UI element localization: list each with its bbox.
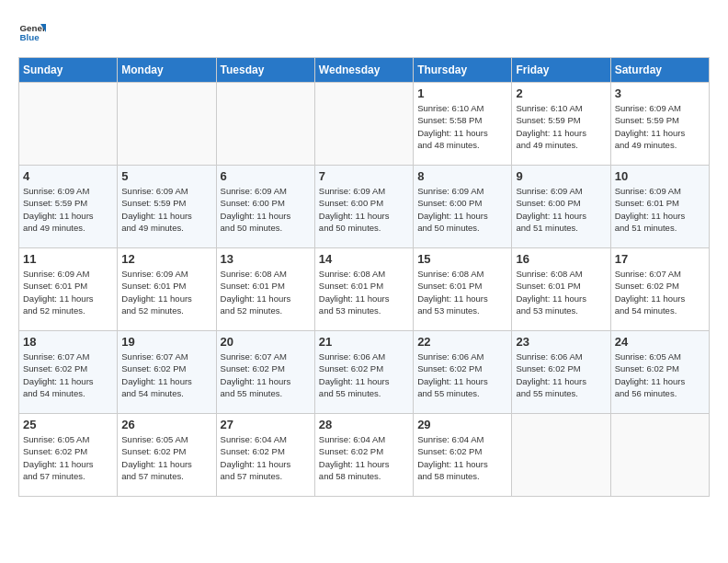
day-info: Sunrise: 6:06 AM Sunset: 6:02 PM Dayligh… bbox=[319, 350, 409, 399]
day-number: 4 bbox=[23, 169, 113, 183]
calendar-cell bbox=[19, 83, 118, 166]
calendar-cell: 3Sunrise: 6:09 AM Sunset: 5:59 PM Daylig… bbox=[610, 83, 709, 166]
calendar-table: SundayMondayTuesdayWednesdayThursdayFrid… bbox=[18, 57, 710, 497]
calendar-cell: 10Sunrise: 6:09 AM Sunset: 6:01 PM Dayli… bbox=[610, 166, 709, 248]
day-number: 13 bbox=[221, 252, 311, 266]
day-number: 6 bbox=[221, 169, 311, 183]
day-number: 20 bbox=[221, 335, 311, 349]
calendar-cell: 9Sunrise: 6:09 AM Sunset: 6:00 PM Daylig… bbox=[512, 166, 610, 248]
logo-icon: General Blue bbox=[18, 18, 46, 46]
calendar-cell: 7Sunrise: 6:09 AM Sunset: 6:00 PM Daylig… bbox=[314, 166, 413, 248]
calendar-week-row: 11Sunrise: 6:09 AM Sunset: 6:01 PM Dayli… bbox=[19, 248, 710, 331]
calendar-cell: 13Sunrise: 6:08 AM Sunset: 6:01 PM Dayli… bbox=[216, 248, 314, 331]
day-number: 18 bbox=[23, 335, 113, 349]
calendar-header-row: SundayMondayTuesdayWednesdayThursdayFrid… bbox=[19, 58, 710, 83]
day-info: Sunrise: 6:06 AM Sunset: 6:02 PM Dayligh… bbox=[516, 350, 606, 399]
day-number: 14 bbox=[319, 252, 409, 266]
day-header-sunday: Sunday bbox=[19, 58, 118, 83]
day-info: Sunrise: 6:05 AM Sunset: 6:02 PM Dayligh… bbox=[121, 433, 211, 482]
day-number: 28 bbox=[319, 418, 409, 431]
day-info: Sunrise: 6:08 AM Sunset: 6:01 PM Dayligh… bbox=[417, 268, 507, 316]
day-number: 3 bbox=[615, 86, 705, 100]
logo: General Blue bbox=[18, 18, 46, 46]
day-header-wednesday: Wednesday bbox=[314, 58, 413, 83]
svg-text:Blue: Blue bbox=[20, 32, 40, 42]
page-header: General Blue bbox=[18, 18, 710, 46]
day-number: 15 bbox=[417, 252, 507, 266]
day-number: 23 bbox=[516, 335, 606, 349]
day-number: 29 bbox=[417, 418, 507, 431]
calendar-cell bbox=[610, 414, 709, 497]
day-header-thursday: Thursday bbox=[414, 58, 512, 83]
day-info: Sunrise: 6:04 AM Sunset: 6:02 PM Dayligh… bbox=[319, 433, 409, 482]
day-info: Sunrise: 6:09 AM Sunset: 5:59 PM Dayligh… bbox=[615, 102, 705, 151]
calendar-cell bbox=[314, 83, 413, 166]
day-number: 9 bbox=[516, 169, 606, 183]
calendar-cell: 25Sunrise: 6:05 AM Sunset: 6:02 PM Dayli… bbox=[19, 414, 118, 497]
day-info: Sunrise: 6:09 AM Sunset: 6:00 PM Dayligh… bbox=[221, 185, 311, 234]
day-info: Sunrise: 6:09 AM Sunset: 6:00 PM Dayligh… bbox=[516, 185, 606, 234]
calendar-cell: 28Sunrise: 6:04 AM Sunset: 6:02 PM Dayli… bbox=[314, 414, 413, 497]
calendar-cell: 8Sunrise: 6:09 AM Sunset: 6:00 PM Daylig… bbox=[414, 166, 512, 248]
day-info: Sunrise: 6:06 AM Sunset: 6:02 PM Dayligh… bbox=[417, 350, 507, 399]
day-info: Sunrise: 6:10 AM Sunset: 5:58 PM Dayligh… bbox=[417, 102, 507, 151]
day-number: 8 bbox=[417, 169, 507, 183]
day-info: Sunrise: 6:07 AM Sunset: 6:02 PM Dayligh… bbox=[23, 350, 113, 399]
calendar-cell: 2Sunrise: 6:10 AM Sunset: 5:59 PM Daylig… bbox=[512, 83, 610, 166]
calendar-cell: 20Sunrise: 6:07 AM Sunset: 6:02 PM Dayli… bbox=[216, 331, 314, 414]
calendar-cell: 23Sunrise: 6:06 AM Sunset: 6:02 PM Dayli… bbox=[512, 331, 610, 414]
calendar-cell bbox=[512, 414, 610, 497]
day-number: 26 bbox=[121, 418, 211, 431]
day-number: 7 bbox=[319, 169, 409, 183]
day-number: 10 bbox=[615, 169, 705, 183]
day-info: Sunrise: 6:09 AM Sunset: 5:59 PM Dayligh… bbox=[23, 185, 113, 234]
calendar-week-row: 18Sunrise: 6:07 AM Sunset: 6:02 PM Dayli… bbox=[19, 331, 710, 414]
calendar-cell: 5Sunrise: 6:09 AM Sunset: 5:59 PM Daylig… bbox=[118, 166, 216, 248]
day-info: Sunrise: 6:05 AM Sunset: 6:02 PM Dayligh… bbox=[23, 433, 113, 482]
day-header-tuesday: Tuesday bbox=[216, 58, 314, 83]
day-info: Sunrise: 6:09 AM Sunset: 6:01 PM Dayligh… bbox=[615, 185, 705, 234]
calendar-week-row: 1Sunrise: 6:10 AM Sunset: 5:58 PM Daylig… bbox=[19, 83, 710, 166]
calendar-cell: 4Sunrise: 6:09 AM Sunset: 5:59 PM Daylig… bbox=[19, 166, 118, 248]
calendar-cell: 24Sunrise: 6:05 AM Sunset: 6:02 PM Dayli… bbox=[610, 331, 709, 414]
day-number: 22 bbox=[417, 335, 507, 349]
day-info: Sunrise: 6:05 AM Sunset: 6:02 PM Dayligh… bbox=[615, 350, 705, 399]
calendar-cell: 27Sunrise: 6:04 AM Sunset: 6:02 PM Dayli… bbox=[216, 414, 314, 497]
day-number: 27 bbox=[221, 418, 311, 431]
day-header-friday: Friday bbox=[512, 58, 610, 83]
day-info: Sunrise: 6:04 AM Sunset: 6:02 PM Dayligh… bbox=[221, 433, 311, 482]
calendar-cell bbox=[118, 83, 216, 166]
day-info: Sunrise: 6:09 AM Sunset: 6:01 PM Dayligh… bbox=[23, 268, 113, 316]
day-header-saturday: Saturday bbox=[610, 58, 709, 83]
calendar-cell: 17Sunrise: 6:07 AM Sunset: 6:02 PM Dayli… bbox=[610, 248, 709, 331]
day-header-monday: Monday bbox=[118, 58, 216, 83]
calendar-cell: 21Sunrise: 6:06 AM Sunset: 6:02 PM Dayli… bbox=[314, 331, 413, 414]
day-number: 17 bbox=[615, 252, 705, 266]
day-number: 12 bbox=[121, 252, 211, 266]
calendar-cell bbox=[216, 83, 314, 166]
day-number: 2 bbox=[516, 86, 606, 100]
day-info: Sunrise: 6:07 AM Sunset: 6:02 PM Dayligh… bbox=[615, 268, 705, 316]
calendar-cell: 12Sunrise: 6:09 AM Sunset: 6:01 PM Dayli… bbox=[118, 248, 216, 331]
day-info: Sunrise: 6:09 AM Sunset: 5:59 PM Dayligh… bbox=[121, 185, 211, 234]
day-number: 16 bbox=[516, 252, 606, 266]
day-info: Sunrise: 6:07 AM Sunset: 6:02 PM Dayligh… bbox=[221, 350, 311, 399]
calendar-cell: 26Sunrise: 6:05 AM Sunset: 6:02 PM Dayli… bbox=[118, 414, 216, 497]
day-info: Sunrise: 6:09 AM Sunset: 6:00 PM Dayligh… bbox=[417, 185, 507, 234]
calendar-cell: 15Sunrise: 6:08 AM Sunset: 6:01 PM Dayli… bbox=[414, 248, 512, 331]
day-number: 5 bbox=[121, 169, 211, 183]
calendar-cell: 18Sunrise: 6:07 AM Sunset: 6:02 PM Dayli… bbox=[19, 331, 118, 414]
day-number: 21 bbox=[319, 335, 409, 349]
day-number: 1 bbox=[417, 86, 507, 100]
day-info: Sunrise: 6:09 AM Sunset: 6:01 PM Dayligh… bbox=[121, 268, 211, 316]
day-info: Sunrise: 6:04 AM Sunset: 6:02 PM Dayligh… bbox=[417, 433, 507, 482]
calendar-week-row: 25Sunrise: 6:05 AM Sunset: 6:02 PM Dayli… bbox=[19, 414, 710, 497]
day-number: 24 bbox=[615, 335, 705, 349]
calendar-cell: 22Sunrise: 6:06 AM Sunset: 6:02 PM Dayli… bbox=[414, 331, 512, 414]
calendar-cell: 29Sunrise: 6:04 AM Sunset: 6:02 PM Dayli… bbox=[414, 414, 512, 497]
calendar-cell: 14Sunrise: 6:08 AM Sunset: 6:01 PM Dayli… bbox=[314, 248, 413, 331]
day-number: 11 bbox=[23, 252, 113, 266]
day-info: Sunrise: 6:10 AM Sunset: 5:59 PM Dayligh… bbox=[516, 102, 606, 151]
calendar-cell: 19Sunrise: 6:07 AM Sunset: 6:02 PM Dayli… bbox=[118, 331, 216, 414]
calendar-cell: 11Sunrise: 6:09 AM Sunset: 6:01 PM Dayli… bbox=[19, 248, 118, 331]
